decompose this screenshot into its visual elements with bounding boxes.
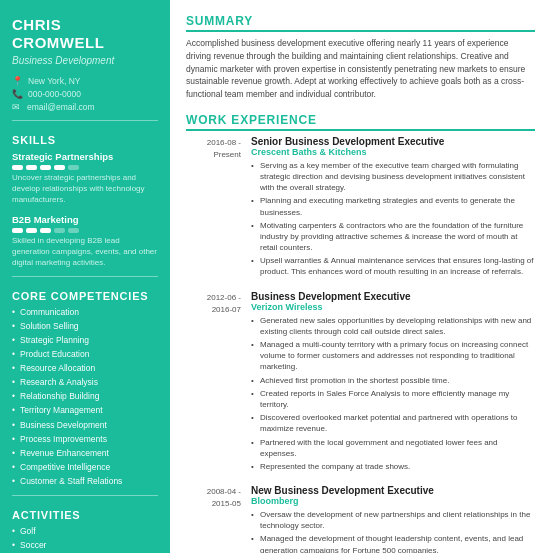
phone-icon: 📞 [12,89,23,99]
competency-item: Customer & Staff Relations [12,476,158,487]
activities-list: Golf Soccer Exercise Day trading Self-im… [12,526,158,553]
activity-item: Golf [12,526,158,537]
job-content-2: Business Development Executive Verizon W… [251,291,535,474]
contact-location: 📍 New York, NY [12,76,158,86]
job-title-3: New Business Development Executive [251,485,535,496]
work-exp-title: Work experience [186,113,535,131]
bullet-item: Serving as a key member of the executive… [251,160,535,194]
bullet-item: Achieved first promotion in the shortest… [251,375,535,386]
competency-item: Competitive Intelligence [12,462,158,473]
skill-dots-1 [12,165,158,170]
competency-item: Revenue Enhancement [12,448,158,459]
job-company-2: Verizon Wireless [251,302,535,312]
bullet-item: Managed the development of thought leade… [251,533,535,553]
dot [12,228,23,233]
job-content-3: New Business Development Executive Bloom… [251,485,535,553]
bullet-item: Generated new sales opportunities by dev… [251,315,535,337]
job-bullets-2: Generated new sales opportunities by dev… [251,315,535,472]
activity-item: Soccer [12,540,158,551]
bullet-item: Created reports in Sales Force Analysis … [251,388,535,410]
skill-b2b-marketing: B2B Marketing Skilled in developing B2B … [12,214,158,269]
dot [40,165,51,170]
job-entry-2: 2012-06 - 2016-07 Business Development E… [186,291,535,474]
competency-item: Process Improvements [12,434,158,445]
competencies-list: Communication Solution Selling Strategic… [12,307,158,487]
competency-item: Territory Management [12,405,158,416]
bullet-item: Upsell warranties & Annual maintenance s… [251,255,535,277]
work-experience-section: Work experience 2016-08 - Present Senior… [186,113,535,553]
bullet-item: Oversaw the development of new partnersh… [251,509,535,531]
sidebar: CHRIS CROMWELL Business Development 📍 Ne… [0,0,170,553]
job-company-1: Crescent Baths & Kitchens [251,147,535,157]
divider [12,120,158,121]
skill-strategic-partnerships: Strategic Partnerships Uncover strategic… [12,151,158,206]
contact-phone: 📞 000-000-0000 [12,89,158,99]
candidate-name: CHRIS CROMWELL [12,16,158,52]
bullet-item: Managed a multi-county territory with a … [251,339,535,373]
competencies-label: CORE COMPETENCIES [12,290,158,302]
bullet-item: Discovered overlooked market potential a… [251,412,535,434]
summary-section: Summary Accomplished business developmen… [186,14,535,101]
job-dates-1: 2016-08 - Present [186,136,241,280]
competency-item: Research & Analysis [12,377,158,388]
competency-item: Resource Allocation [12,363,158,374]
divider [12,276,158,277]
bullet-item: Planning and executing marketing strateg… [251,195,535,217]
dot [40,228,51,233]
skills-label: Skills [12,134,158,146]
job-dates-2: 2012-06 - 2016-07 [186,291,241,474]
competency-item: Product Education [12,349,158,360]
bullet-item: Partnered with the local government and … [251,437,535,459]
contact-email: ✉ email@email.com [12,102,158,112]
job-dates-3: 2008-04 - 2015-05 [186,485,241,553]
bullet-item: Represented the company at trade shows. [251,461,535,472]
job-title-2: Business Development Executive [251,291,535,302]
summary-body: Accomplished business development execut… [186,37,535,101]
competency-item: Solution Selling [12,321,158,332]
competency-item: Relationship Building [12,391,158,402]
job-entry-3: 2008-04 - 2015-05 New Business Developme… [186,485,535,553]
job-entry-1: 2016-08 - Present Senior Business Develo… [186,136,535,280]
divider [12,495,158,496]
job-bullets-3: Oversaw the development of new partnersh… [251,509,535,553]
job-bullets-1: Serving as a key member of the executive… [251,160,535,278]
competency-item: Communication [12,307,158,318]
dot [54,165,65,170]
job-content-1: Senior Business Development Executive Cr… [251,136,535,280]
activities-label: ACTIVITIES [12,509,158,521]
candidate-title: Business Development [12,55,158,66]
dot [54,228,65,233]
dot [12,165,23,170]
dot [68,228,79,233]
main-content: Summary Accomplished business developmen… [170,0,551,553]
dot [26,165,37,170]
resume-container: CHRIS CROMWELL Business Development 📍 Ne… [0,0,551,553]
job-title-1: Senior Business Development Executive [251,136,535,147]
dot [68,165,79,170]
location-icon: 📍 [12,76,23,86]
dot [26,228,37,233]
job-company-3: Bloomberg [251,496,535,506]
bullet-item: Motivating carpenters & contractors who … [251,220,535,254]
email-icon: ✉ [12,102,22,112]
competency-item: Strategic Planning [12,335,158,346]
summary-title: Summary [186,14,535,32]
skill-dots-2 [12,228,158,233]
competency-item: Business Development [12,420,158,431]
